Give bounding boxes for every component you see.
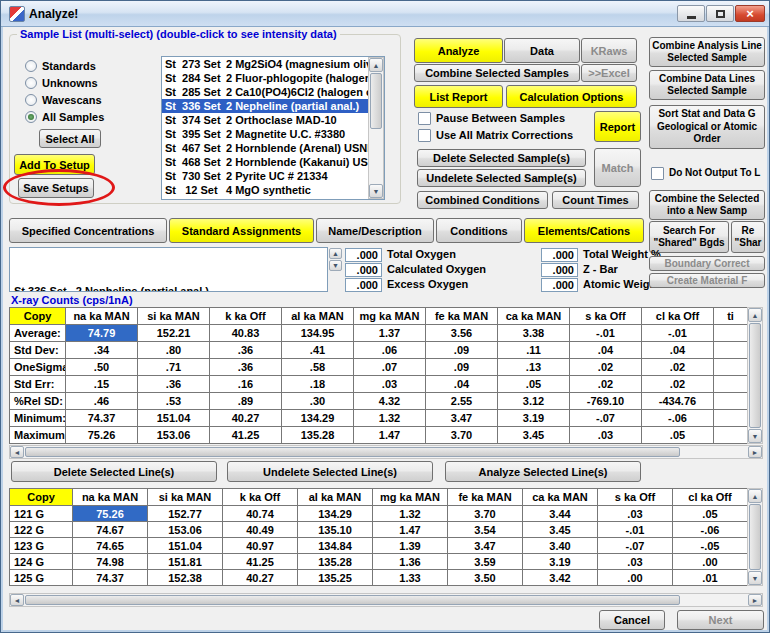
scroll-down-icon[interactable]: ▼ (748, 429, 762, 443)
tab-conditions[interactable]: Conditions (436, 218, 522, 243)
stats-cell[interactable]: .13 (498, 359, 570, 376)
stats-cell[interactable]: 40.27 (210, 410, 282, 427)
stats-cell[interactable]: .46 (66, 393, 138, 410)
stats-cell[interactable]: 3.47 (426, 410, 498, 427)
combine-analysis-lines-button[interactable]: Combine Analysis Line Selected Sample (649, 37, 765, 67)
combined-conditions-button[interactable]: Combined Conditions (417, 191, 548, 209)
boundary-correction-button[interactable]: Boundary Correct (649, 256, 765, 271)
stats-cell[interactable]: .36 (210, 342, 282, 359)
list-item[interactable]: St 467 Set2 Hornblende (Arenal) USNM 1 (162, 141, 384, 155)
scroll-right-icon[interactable]: ► (748, 446, 762, 458)
scroll-thumb[interactable] (370, 73, 382, 129)
undelete-selected-lines-button[interactable]: Undelete Selected Line(s) (227, 461, 433, 482)
data-cell[interactable]: .00 (598, 570, 673, 586)
sample-spinner-up-icon[interactable]: ▲ (329, 248, 342, 259)
stats-cell[interactable]: 1.37 (354, 325, 426, 342)
stats-cell[interactable]: 3.56 (426, 325, 498, 342)
cancel-button[interactable]: Cancel (599, 610, 665, 630)
data-cell[interactable]: 74.37 (73, 570, 148, 586)
data-cell[interactable]: 1.39 (373, 538, 448, 554)
stats-cell[interactable]: 151.04 (138, 410, 210, 427)
remove-shared-bgds-button[interactable]: Re "Shar (731, 221, 765, 253)
stats-cell[interactable]: 3.45 (498, 427, 570, 444)
stats-cell[interactable]: 135.28 (282, 427, 354, 444)
excess-oxygen-field[interactable]: .000 (345, 278, 382, 292)
stats-cell[interactable]: .03 (354, 376, 426, 393)
combine-into-new-sample-button[interactable]: Combine the Selected into a New Samp (649, 190, 765, 220)
stats-cell[interactable]: .09 (426, 359, 498, 376)
data-cell[interactable]: 135.25 (298, 570, 373, 586)
calculation-options-button[interactable]: Calculation Options (506, 85, 637, 108)
data-cell[interactable]: 3.50 (448, 570, 523, 586)
count-times-button[interactable]: Count Times (552, 191, 639, 209)
z-bar-field[interactable]: .000 (541, 263, 578, 277)
stats-cell[interactable] (714, 410, 748, 427)
delete-selected-lines-button[interactable]: Delete Selected Line(s) (11, 461, 217, 482)
stats-cell[interactable]: -.07 (570, 410, 642, 427)
stats-table-vscrollbar[interactable]: ▲ ▼ (747, 307, 763, 444)
radio-unknowns[interactable] (25, 77, 37, 89)
data-cell[interactable]: 134.29 (298, 506, 373, 522)
stats-copy-button[interactable]: Copy (10, 308, 66, 325)
stats-cell[interactable]: 1.47 (354, 427, 426, 444)
data-cell[interactable]: 151.81 (148, 554, 223, 570)
stats-cell[interactable] (714, 359, 748, 376)
data-cell[interactable]: 3.45 (523, 522, 598, 538)
stats-cell[interactable]: 4.32 (354, 393, 426, 410)
stats-cell[interactable]: -.01 (570, 325, 642, 342)
radio-unknowns-label[interactable]: Unknowns (42, 77, 98, 89)
scroll-left-icon[interactable]: ◄ (10, 594, 24, 606)
data-cell[interactable]: 1.36 (373, 554, 448, 570)
data-cell[interactable]: 152.77 (148, 506, 223, 522)
tab-specified-concentrations[interactable]: Specified Concentrations (9, 218, 167, 243)
total-oxygen-field[interactable]: .000 (345, 248, 382, 262)
data-cell[interactable]: 1.47 (373, 522, 448, 538)
use-all-matrix-label[interactable]: Use All Matrix Corrections (436, 129, 573, 141)
stats-cell[interactable]: .30 (282, 393, 354, 410)
delete-selected-samples-button[interactable]: Delete Selected Sample(s) (417, 149, 586, 167)
stats-cell[interactable]: .09 (426, 342, 498, 359)
analyze-selected-lines-button[interactable]: Analyze Selected Line(s) (445, 461, 641, 482)
stats-cell[interactable]: 1.32 (354, 410, 426, 427)
list-item[interactable]: St 273 Set2 Mg2SiO4 (magnesium olivine (162, 57, 384, 71)
scroll-down-icon[interactable]: ▼ (369, 184, 383, 198)
title-bar[interactable]: Analyze! × (1, 1, 769, 27)
stats-cell[interactable]: .11 (498, 342, 570, 359)
data-cell-selected[interactable]: 75.26 (73, 506, 148, 522)
data-cell[interactable]: 3.47 (448, 538, 523, 554)
data-cell[interactable]: 135.28 (298, 554, 373, 570)
do-not-output-label[interactable]: Do Not Output To L (669, 167, 760, 178)
radio-all-samples[interactable] (25, 111, 37, 123)
use-all-matrix-checkbox[interactable] (418, 129, 431, 142)
data-table-vscrollbar[interactable]: ▲ ▼ (747, 488, 763, 586)
scroll-up-icon[interactable]: ▲ (748, 489, 762, 503)
scroll-thumb[interactable] (25, 595, 680, 605)
stats-cell[interactable]: 3.19 (498, 410, 570, 427)
stats-cell[interactable]: 153.06 (138, 427, 210, 444)
list-item-selected[interactable]: St 336 Set2 Nepheline (partial anal.) (162, 99, 384, 113)
data-cell[interactable]: 40.27 (223, 570, 298, 586)
radio-wavescans-label[interactable]: Wavescans (42, 94, 102, 106)
stats-cell[interactable]: .02 (642, 376, 714, 393)
data-row-label[interactable]: 122 G (10, 522, 73, 538)
list-item[interactable]: St 395 Set2 Magnetite U.C. #3380 (162, 127, 384, 141)
data-cell[interactable]: -.07 (598, 538, 673, 554)
atomic-weight-field[interactable]: .000 (541, 278, 578, 292)
stats-cell[interactable]: -769.10 (570, 393, 642, 410)
data-cell[interactable]: 41.25 (223, 554, 298, 570)
stats-cell[interactable]: 134.95 (282, 325, 354, 342)
stats-cell[interactable]: .50 (66, 359, 138, 376)
data-cell[interactable]: 151.04 (148, 538, 223, 554)
save-setups-button[interactable]: Save Setups (18, 178, 94, 198)
data-cell[interactable]: 74.65 (73, 538, 148, 554)
combine-selected-samples-button[interactable]: Combine Selected Samples (414, 64, 580, 82)
create-material-button[interactable]: Create Material F (649, 273, 765, 288)
stats-cell[interactable]: .04 (426, 376, 498, 393)
data-table-hscrollbar[interactable]: ◄ ► (9, 593, 763, 607)
data-row-label[interactable]: 125 G (10, 570, 73, 586)
stats-cell[interactable]: .71 (138, 359, 210, 376)
stats-cell[interactable]: .89 (210, 393, 282, 410)
stats-cell[interactable] (714, 376, 748, 393)
close-button[interactable]: × (735, 5, 765, 22)
stats-table-hscrollbar[interactable]: ◄ ► (9, 445, 763, 459)
